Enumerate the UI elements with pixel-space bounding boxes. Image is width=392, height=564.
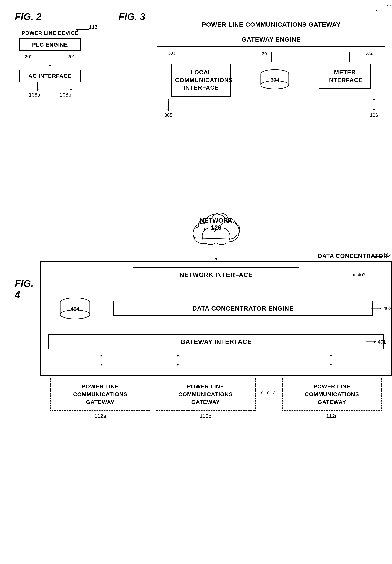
svg-marker-51 — [177, 355, 179, 357]
fig4-gateway2-box: POWER LINE COMMUNICATIONS GATEWAY — [156, 378, 256, 411]
fig4-network-interface: NETWORK INTERFACE — [133, 267, 299, 282]
fig3-ref-106: 106 — [370, 112, 378, 118]
fig4-gateway-1: POWER LINE COMMUNICATIONS GATEWAY 112a — [50, 378, 150, 419]
fig2-plc-engine: PLC ENGINE — [19, 38, 81, 51]
fig2-section: FIG. 2 113 POWER LINE DEVICE PLC ENGINE … — [15, 11, 85, 102]
svg-marker-35 — [353, 274, 355, 276]
fig4-gateway-arrows — [48, 355, 384, 366]
fig4-label: FIG. 4 — [15, 278, 37, 300]
fig4-ni-row: NETWORK INTERFACE 403 — [48, 267, 384, 282]
fig4-gateways-row: POWER LINE COMMUNICATIONS GATEWAY 112a P… — [40, 378, 392, 419]
fig3-db-304: 304 — [260, 69, 290, 89]
fig3-gateway-engine: GATEWAY ENGINE — [157, 32, 385, 47]
svg-marker-47 — [374, 341, 376, 343]
fig4-gateway-3: POWER LINE COMMUNICATIONS GATEWAY 112n — [282, 378, 382, 419]
fig3-ref-303: 303 — [168, 51, 175, 56]
fig4-db-label: 404 — [71, 306, 80, 312]
svg-marker-21 — [373, 99, 375, 101]
fig4-gateway1-box: POWER LINE COMMUNICATIONS GATEWAY — [50, 378, 150, 411]
svg-marker-53 — [177, 364, 179, 366]
fig3-label: FIG. 3 — [119, 11, 145, 22]
fig4-dc-title: DATA CONCENTRATOR — [318, 253, 388, 259]
svg-marker-3 — [49, 65, 51, 67]
fig3-outer-box: POWER LINE COMMUNICATIONS GATEWAY GATEWA… — [151, 15, 392, 124]
svg-marker-31 — [215, 257, 217, 261]
fig4-ref-112a: 112a — [95, 413, 106, 419]
fig2-ref-202: 202 — [25, 54, 33, 60]
fig4-network-cloud: NETWORK 120 — [187, 208, 246, 246]
fig3-db-label: 304 — [270, 77, 279, 83]
svg-marker-48 — [100, 355, 102, 357]
fig3-ref-305: 305 — [164, 112, 172, 118]
svg-marker-5 — [37, 89, 39, 91]
fig3-bottom-row: 303 LOCAL COMMUNICATIONS INTERFACE 3 — [157, 64, 385, 97]
fig2-ref-113: 113 — [89, 24, 98, 30]
fig4-gi-row: GATEWAY INTERFACE 401 — [48, 334, 384, 349]
svg-marker-44 — [379, 307, 382, 310]
svg-marker-23 — [373, 109, 375, 111]
fig4-ref-402: 402 — [371, 306, 392, 311]
fig4-db-404: 404 — [59, 297, 91, 319]
svg-rect-29 — [203, 232, 229, 243]
svg-marker-20 — [167, 109, 169, 111]
fig4-gateway-2: POWER LINE COMMUNICATIONS GATEWAY 112b — [156, 378, 256, 419]
svg-marker-50 — [100, 364, 102, 366]
fig3-local-comm: LOCAL COMMUNICATIONS INTERFACE — [172, 64, 231, 97]
fig4-cloud-arrow — [212, 244, 220, 263]
fig4-dots: ○ ○ ○ — [261, 378, 277, 396]
svg-marker-54 — [330, 355, 332, 357]
fig2-outer-box: POWER LINE DEVICE PLC ENGINE 202 201 AC … — [15, 26, 85, 102]
fig4-section: FIG. 4 — [15, 208, 392, 419]
svg-marker-7 — [70, 89, 72, 91]
fig4-dce: DATA CONCENTRATOR ENGINE — [113, 301, 373, 316]
fig2-ac-interface: AC INTERFACE — [19, 70, 81, 82]
fig3-ref-301: 301 — [262, 51, 269, 56]
svg-marker-56 — [330, 364, 332, 366]
fig4-ref-401: 401 — [366, 339, 386, 345]
fig4-ref-112n: 112n — [326, 413, 338, 419]
svg-marker-18 — [167, 99, 169, 101]
fig4-ref-112b: 112b — [200, 413, 211, 419]
fig2-power-line-device: POWER LINE DEVICE — [19, 30, 81, 36]
fig3-section: FIG. 3 112 POWER LINE COMMUNICATIONS GAT… — [119, 11, 392, 124]
fig3-ref-302: 302 — [365, 51, 373, 56]
fig4-ref-403: 403 — [345, 272, 365, 278]
fig4-middle-row: 404 DATA CONCENTRATOR ENGINE — [48, 297, 384, 319]
fig2-refs-row: 202 201 — [19, 54, 81, 60]
fig3-ref-112: 112 — [387, 4, 392, 10]
fig3-gateway-title: POWER LINE COMMUNICATIONS GATEWAY — [157, 21, 385, 28]
svg-marker-9 — [376, 10, 377, 12]
fig4-network-label: NETWORK 120 — [200, 217, 232, 231]
fig2-ref-201: 201 — [68, 54, 75, 60]
fig3-bottom-arrows: 305 106 — [157, 99, 385, 118]
fig2-ref-108a: 108a — [29, 92, 40, 98]
fig4-outer-box: DATA CONCENTRATOR NETWORK INTERFACE 403 — [40, 261, 392, 376]
fig2-label: FIG. 2 — [15, 11, 85, 22]
fig4-gateway3-box: POWER LINE COMMUNICATIONS GATEWAY — [282, 378, 382, 411]
fig3-meter-interface: METER INTERFACE — [319, 64, 371, 89]
fig2-ref-108b: 108b — [60, 92, 71, 98]
fig4-gateway-interface: GATEWAY INTERFACE — [48, 334, 384, 349]
